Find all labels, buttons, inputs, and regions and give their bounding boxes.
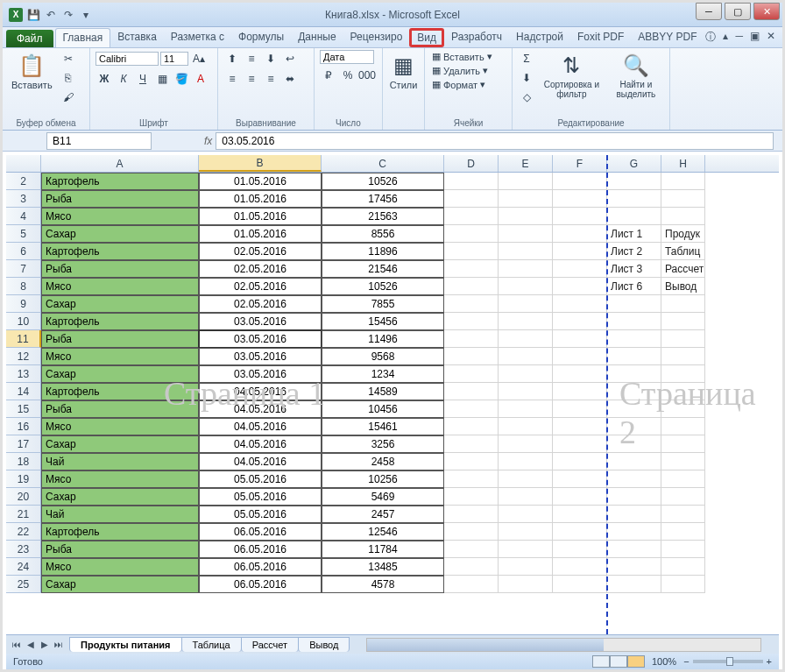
comma-icon[interactable]: 000 <box>358 67 376 84</box>
clear-icon[interactable]: ◇ <box>518 88 535 106</box>
cell-A4[interactable]: Мясо <box>41 208 199 225</box>
cell-G14[interactable] <box>607 383 661 400</box>
cell-A19[interactable]: Мясо <box>41 470 199 488</box>
cell-H25[interactable] <box>661 576 705 593</box>
cell-C23[interactable]: 11784 <box>322 541 444 558</box>
cell-E7[interactable] <box>499 260 553 278</box>
cell-C21[interactable]: 2457 <box>322 506 444 523</box>
row-header[interactable]: 21 <box>6 506 41 523</box>
number-format-select[interactable]: Дата <box>320 50 374 64</box>
cell-E11[interactable] <box>499 330 553 348</box>
ribbon-tab-главная[interactable]: Главная <box>55 28 111 47</box>
ribbon-tab-вставка[interactable]: Вставка <box>110 28 164 47</box>
cell-G21[interactable] <box>607 506 661 523</box>
formula-input[interactable]: 03.05.2016 <box>216 132 774 150</box>
cell-H13[interactable] <box>661 365 705 383</box>
cell-H8[interactable]: Вывод <box>661 278 705 295</box>
cell-G24[interactable] <box>607 558 661 576</box>
cell-C19[interactable]: 10256 <box>322 470 444 488</box>
border-icon[interactable]: ▦ <box>153 70 171 88</box>
cell-B18[interactable]: 04.05.2016 <box>199 453 322 470</box>
cell-C24[interactable]: 13485 <box>322 558 444 576</box>
cell-G11[interactable] <box>607 330 661 348</box>
normal-view-button[interactable] <box>592 655 610 668</box>
mdi-close-icon[interactable]: ✕ <box>767 30 775 45</box>
cell-B11[interactable]: 03.05.2016 <box>199 330 322 348</box>
cell-A11[interactable]: Рыба <box>41 330 199 348</box>
cell-A7[interactable]: Рыба <box>41 260 199 278</box>
cell-H16[interactable] <box>661 418 705 435</box>
sheet-tab[interactable]: Вывод <box>298 637 350 652</box>
cell-H6[interactable]: Таблиц <box>661 243 705 260</box>
row-header[interactable]: 17 <box>6 435 41 453</box>
ribbon-tab-данные[interactable]: Данные <box>291 28 343 47</box>
cell-C3[interactable]: 17456 <box>322 190 444 208</box>
row-header[interactable]: 2 <box>6 173 41 190</box>
horizontal-scrollbar[interactable] <box>366 638 761 652</box>
cell-C6[interactable]: 11896 <box>322 243 444 260</box>
row-header[interactable]: 24 <box>6 558 41 576</box>
ribbon-tab-abbyy pdf[interactable]: ABBYY PDF <box>631 28 704 47</box>
cell-F13[interactable] <box>553 365 607 383</box>
cell-E3[interactable] <box>499 190 553 208</box>
cell-B13[interactable]: 03.05.2016 <box>199 365 322 383</box>
worksheet-grid[interactable]: ABCDEFGH 2Картофель01.05.2016105263Рыба0… <box>6 155 779 634</box>
cell-C2[interactable]: 10526 <box>322 173 444 190</box>
cell-C18[interactable]: 2458 <box>322 453 444 470</box>
insert-cells-button[interactable]: ▦ Вставить ▾ <box>430 50 494 63</box>
cell-G8[interactable]: Лист 6 <box>607 278 661 295</box>
ribbon-minimize-icon[interactable]: ▴ <box>723 30 728 45</box>
cell-D21[interactable] <box>444 506 499 523</box>
cell-G25[interactable] <box>607 576 661 593</box>
page-break-view-button[interactable] <box>627 655 645 668</box>
help-icon[interactable]: ⓘ <box>705 30 716 45</box>
cell-D15[interactable] <box>444 400 499 418</box>
cell-D12[interactable] <box>444 348 499 365</box>
cell-F11[interactable] <box>553 330 607 348</box>
cell-D7[interactable] <box>444 260 499 278</box>
cell-C25[interactable]: 4578 <box>322 576 444 593</box>
cell-B25[interactable]: 06.05.2016 <box>199 576 322 593</box>
cell-B23[interactable]: 06.05.2016 <box>199 541 322 558</box>
cell-A16[interactable]: Мясо <box>41 418 199 435</box>
cell-E21[interactable] <box>499 506 553 523</box>
cell-G22[interactable] <box>607 523 661 541</box>
column-header-E[interactable]: E <box>499 155 553 172</box>
cell-E24[interactable] <box>499 558 553 576</box>
cell-A22[interactable]: Картофель <box>41 523 199 541</box>
cell-C5[interactable]: 8556 <box>322 225 444 243</box>
cell-D25[interactable] <box>444 576 499 593</box>
cell-B8[interactable]: 02.05.2016 <box>199 278 322 295</box>
cell-E12[interactable] <box>499 348 553 365</box>
cell-E20[interactable] <box>499 488 553 506</box>
cell-C15[interactable]: 10456 <box>322 400 444 418</box>
find-select-button[interactable]: 🔍 Найти и выделить <box>608 50 664 101</box>
cell-F6[interactable] <box>553 243 607 260</box>
zoom-in-icon[interactable]: + <box>767 656 772 667</box>
cell-H3[interactable] <box>661 190 705 208</box>
cell-G19[interactable] <box>607 470 661 488</box>
cell-H9[interactable] <box>661 295 705 313</box>
cell-B15[interactable]: 04.05.2016 <box>199 400 322 418</box>
sort-filter-button[interactable]: ⇅ Сортировка и фильтр <box>539 50 605 101</box>
sheet-tab[interactable]: Рассчет <box>241 637 300 652</box>
font-size-select[interactable]: 11 <box>160 52 188 66</box>
cell-H10[interactable] <box>661 313 705 330</box>
sheet-nav-next-icon[interactable]: ▶ <box>38 638 52 652</box>
cell-F22[interactable] <box>553 523 607 541</box>
cell-F15[interactable] <box>553 400 607 418</box>
cell-F16[interactable] <box>553 418 607 435</box>
cell-G10[interactable] <box>607 313 661 330</box>
cell-B14[interactable]: 04.05.2016 <box>199 383 322 400</box>
cell-A25[interactable]: Сахар <box>41 576 199 593</box>
cut-icon[interactable]: ✂ <box>60 50 77 67</box>
cell-F3[interactable] <box>553 190 607 208</box>
cell-G12[interactable] <box>607 348 661 365</box>
row-header[interactable]: 12 <box>6 348 41 365</box>
cell-H4[interactable] <box>661 208 705 225</box>
cell-D9[interactable] <box>444 295 499 313</box>
row-header[interactable]: 23 <box>6 541 41 558</box>
currency-icon[interactable]: ₽ <box>320 67 337 84</box>
cell-E6[interactable] <box>499 243 553 260</box>
cell-D23[interactable] <box>444 541 499 558</box>
